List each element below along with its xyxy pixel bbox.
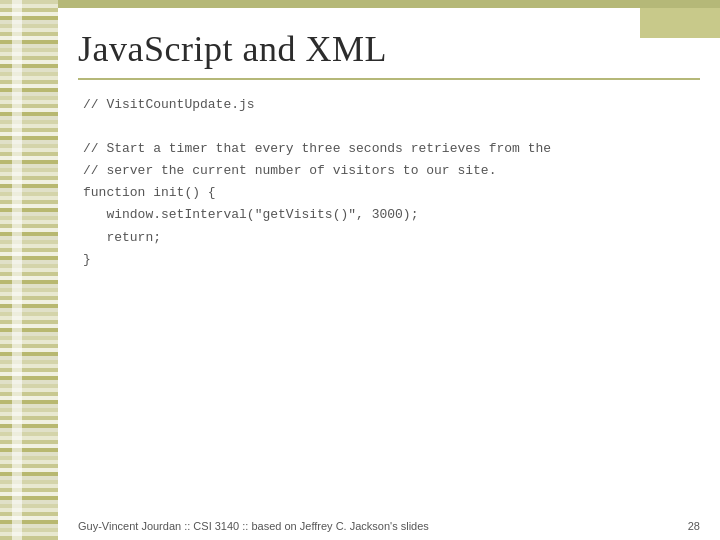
title-divider bbox=[78, 78, 700, 80]
title-area: JavaScript and XML bbox=[78, 18, 700, 78]
left-stripe bbox=[0, 0, 58, 540]
top-accent-bar bbox=[58, 0, 720, 8]
slide-footer: Guy-Vincent Jourdan :: CSI 3140 :: based… bbox=[58, 520, 720, 532]
stripe-white-band bbox=[12, 0, 22, 540]
footer-page-number: 28 bbox=[688, 520, 700, 532]
footer-credit: Guy-Vincent Jourdan :: CSI 3140 :: based… bbox=[78, 520, 429, 532]
slide-title: JavaScript and XML bbox=[78, 28, 700, 70]
slide-content: JavaScript and XML // VisitCountUpdate.j… bbox=[58, 8, 720, 540]
code-block: // VisitCountUpdate.js // Start a timer … bbox=[78, 84, 700, 510]
